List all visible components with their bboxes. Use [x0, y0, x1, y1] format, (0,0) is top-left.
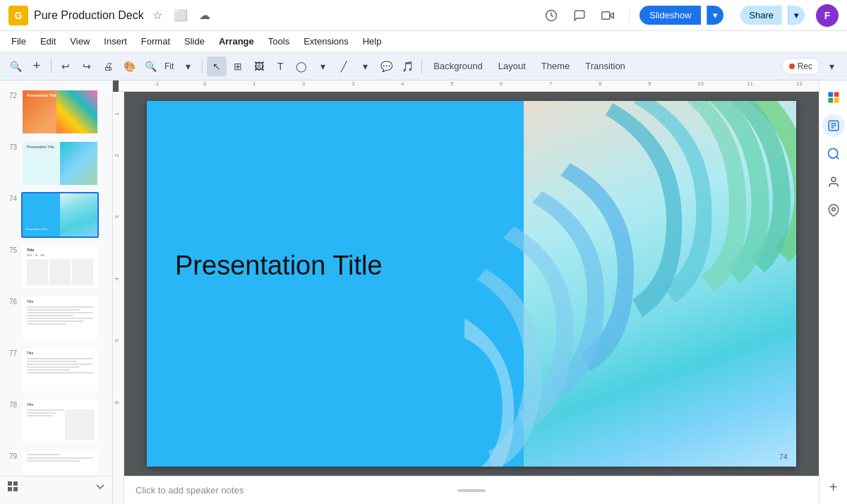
rec-expand-icon[interactable]: ▾ [822, 56, 841, 76]
transition-button[interactable]: Transition [578, 58, 632, 74]
search-icon[interactable]: 🔍 [6, 56, 25, 76]
rec-button[interactable]: Rec [781, 58, 820, 75]
line-tool[interactable]: ╱ [334, 56, 354, 76]
select-tool[interactable]: ⊞ [228, 56, 248, 76]
slideshow-button[interactable]: Slideshow [639, 6, 701, 25]
shapes-dropdown[interactable]: ▾ [313, 56, 332, 76]
slide-item-73[interactable]: 73 Presentation Title [0, 138, 112, 189]
sidebar-explore-icon[interactable] [822, 143, 845, 165]
slide-number-badge: 74 [779, 452, 788, 461]
paint-format-icon[interactable]: 🎨 [119, 56, 139, 76]
slide-num-73: 73 [6, 140, 17, 151]
grid-view-icon[interactable] [7, 481, 18, 494]
slide-title[interactable]: Presentation Title [175, 251, 383, 281]
shapes-tool[interactable]: ◯ [292, 56, 311, 76]
slide-item-77[interactable]: 77 Title [0, 344, 112, 395]
redo-icon[interactable]: ↪ [77, 56, 97, 76]
sidebar-add-icon[interactable]: + [822, 476, 845, 498]
slide-item-74[interactable]: 74 Presentation Title [0, 189, 112, 241]
menu-slide[interactable]: Slide [179, 34, 210, 49]
background-button[interactable]: Background [426, 58, 489, 74]
collapse-panel-icon[interactable] [95, 481, 105, 493]
slide-thumb-73[interactable]: Presentation Title [21, 140, 99, 186]
zoom-dropdown-icon[interactable]: ▾ [178, 56, 198, 76]
svg-rect-9 [828, 98, 833, 103]
avatar[interactable]: F [816, 4, 839, 27]
app-icon: G [8, 6, 28, 25]
slide-thumb-72[interactable]: Presentation Title [21, 89, 99, 135]
slide-item-75[interactable]: 75 Title 55% 2k 55k [0, 241, 112, 292]
slide-thumb-75[interactable]: Title 55% 2k 55k [21, 244, 99, 289]
slide-thumb-74[interactable]: Presentation Title [21, 192, 99, 238]
audio-tool[interactable]: 🎵 [397, 56, 417, 76]
history-button[interactable] [540, 4, 563, 27]
doc-title[interactable]: Pure Production Deck [34, 9, 144, 22]
cloud-icon[interactable]: ☁ [196, 7, 213, 23]
slide-item-76[interactable]: 76 Title [0, 292, 112, 344]
slideshow-dropdown[interactable]: ▾ [707, 6, 723, 25]
svg-rect-4 [13, 481, 18, 486]
share-button[interactable]: Share [740, 6, 782, 25]
menu-format[interactable]: Format [136, 34, 176, 49]
slide-background-right [524, 101, 796, 467]
menu-help[interactable]: Help [357, 34, 388, 49]
theme-button[interactable]: Theme [534, 58, 577, 74]
menu-insert[interactable]: Insert [98, 34, 133, 49]
svg-rect-10 [834, 98, 839, 103]
svg-rect-7 [828, 92, 833, 97]
undo-icon[interactable]: ↩ [56, 56, 76, 76]
history-icon[interactable]: ⬜ [171, 7, 191, 23]
panel-bottom [0, 476, 112, 498]
menu-file[interactable]: File [6, 34, 32, 49]
svg-marker-1 [610, 13, 613, 18]
svg-point-15 [828, 149, 837, 158]
image-tool[interactable]: 🖼 [249, 56, 269, 76]
sidebar-notes-icon[interactable] [822, 114, 845, 137]
slide-item-78[interactable]: 78 Title [0, 395, 112, 447]
ruler-horizontal: -1 0 1 2 3 4 5 6 7 8 9 10 11 12 [119, 80, 819, 92]
zoom-icon[interactable]: 🔍 [140, 56, 160, 76]
slide-num-75: 75 [6, 244, 17, 254]
svg-rect-2 [602, 11, 610, 19]
slide-decoration [464, 101, 796, 467]
slide-canvas[interactable]: Presentation Title [147, 101, 796, 467]
print-icon[interactable]: 🖨 [98, 56, 118, 76]
menu-extensions[interactable]: Extensions [298, 34, 354, 49]
menu-edit[interactable]: Edit [35, 34, 61, 49]
star-icon[interactable]: ☆ [150, 7, 165, 23]
sidebar-chat-icon[interactable] [822, 86, 845, 109]
comment-tool[interactable]: 💬 [376, 56, 396, 76]
svg-rect-5 [8, 487, 12, 491]
main-area: 72 Presentation Title 73 Presentation Ti… [0, 80, 847, 504]
slide-panel: 72 Presentation Title 73 Presentation Ti… [0, 80, 113, 504]
svg-rect-3 [8, 481, 12, 486]
speaker-notes-placeholder[interactable]: Click to add speaker notes [136, 485, 244, 496]
textbox-tool[interactable]: T [270, 56, 290, 76]
slide-thumb-78[interactable]: Title [21, 398, 99, 444]
slide-thumb-76[interactable]: Title [21, 295, 99, 341]
sidebar-map-icon[interactable] [822, 199, 845, 222]
line-dropdown[interactable]: ▾ [355, 56, 375, 76]
canvas-area: -1 0 1 2 3 4 5 6 7 8 9 10 11 12 1 2 3 [113, 80, 819, 504]
menu-arrange[interactable]: Arrange [213, 34, 260, 49]
menu-bar: File Edit View Insert Format Slide Arran… [0, 31, 847, 52]
slide-num-78: 78 [6, 398, 17, 409]
slide-num-77: 77 [6, 347, 17, 357]
menu-view[interactable]: View [64, 34, 95, 49]
slide-item-72[interactable]: 72 Presentation Title [0, 86, 112, 138]
share-dropdown[interactable]: ▾ [788, 6, 805, 25]
slide-container[interactable]: Presentation Title [124, 92, 819, 476]
notes-handle[interactable] [457, 489, 486, 492]
layout-button[interactable]: Layout [491, 58, 533, 74]
sidebar-people-icon[interactable] [822, 171, 845, 193]
menu-tools[interactable]: Tools [263, 34, 295, 49]
comment-button[interactable] [568, 4, 591, 27]
rec-label: Rec [798, 61, 812, 71]
speaker-notes-bar[interactable]: Click to add speaker notes [124, 476, 819, 504]
slide-thumb-77[interactable]: Title [21, 347, 99, 392]
cursor-tool[interactable]: ↖ [207, 56, 227, 76]
add-icon[interactable]: + [27, 56, 47, 76]
zoom-level[interactable]: Fit [162, 61, 176, 71]
meet-button[interactable] [596, 4, 619, 27]
ruler-vertical: 1 2 3 4 5 6 [113, 92, 124, 504]
